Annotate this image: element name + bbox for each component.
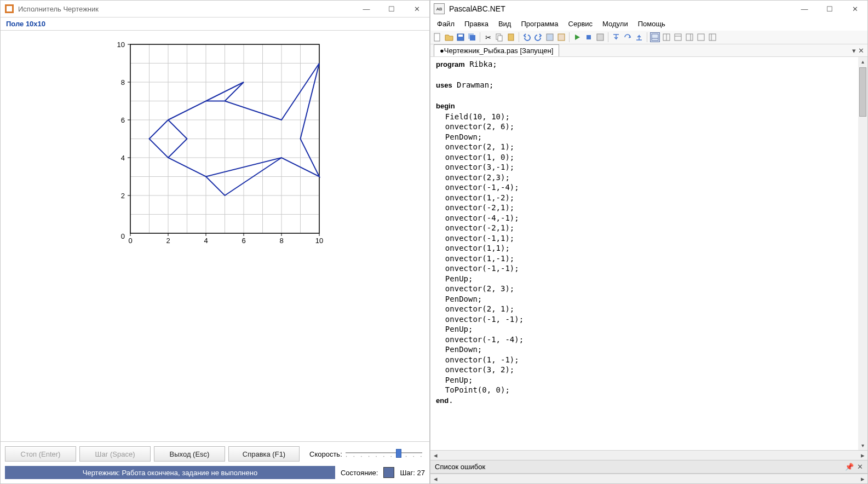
field-label: Поле 10x10 [1,17,429,31]
svg-rect-56 [547,34,553,41]
err-scroll-left-icon[interactable]: ◂ [430,475,440,483]
compile-icon[interactable] [595,32,605,42]
scroll-down-icon[interactable]: ▾ [858,441,867,450]
menu-item-Модули[interactable]: Модули [598,18,633,30]
svg-rect-55 [508,34,514,41]
module-icon[interactable] [556,32,566,42]
plot-area: 02468102468100 [1,31,429,441]
err-scroll-right-icon[interactable]: ▸ [858,475,867,483]
svg-rect-69 [709,34,716,41]
save-icon[interactable] [456,32,465,42]
tab-dropdown-icon[interactable]: ▾ [852,47,856,55]
paste-icon[interactable] [506,32,516,42]
save-all-icon[interactable] [467,32,477,42]
scroll-left-icon[interactable]: ◂ [430,451,440,459]
status-bar: Чертежник: Работа окончена, задание не в… [5,466,335,479]
open-file-icon[interactable] [444,32,454,42]
step-button[interactable]: Шаг (Space) [79,446,151,462]
help-button[interactable]: Справка (F1) [228,446,300,462]
toolbar: ✂ [430,31,867,44]
undo-icon[interactable] [522,32,532,42]
panel-close-icon[interactable]: ✕ [857,463,863,471]
svg-rect-68 [698,34,704,41]
scroll-thumb[interactable] [859,67,866,117]
drawman-window: Исполнитель Чертежник — ☐ ✕ Поле 10x10 0… [0,0,430,484]
svg-rect-52 [470,35,475,41]
scroll-right-icon[interactable]: ▸ [858,451,867,459]
speed-label: Скорость: [309,450,342,458]
state-indicator [383,467,394,478]
svg-rect-50 [458,34,463,37]
step-into-icon[interactable] [611,32,621,42]
ide-maximize-button[interactable]: ☐ [817,1,842,17]
svg-rect-64 [675,34,681,41]
code-hscrollbar[interactable]: ◂ ▸ [430,450,867,460]
stop-icon[interactable] [584,32,594,42]
properties-icon[interactable] [545,32,555,42]
menu-item-Помощь[interactable]: Помощь [634,18,670,30]
menu-item-Сервис[interactable]: Сервис [564,18,597,30]
svg-text:4: 4 [120,154,124,162]
ide-titlebar[interactable]: AB PascalABC.NET — ☐ ✕ [430,1,867,17]
layout1-icon[interactable] [650,32,660,42]
svg-text:8: 8 [120,78,124,87]
control-panel: Стоп (Enter) Шаг (Space) Выход (Esc) Спр… [1,441,429,483]
svg-rect-54 [498,36,502,41]
state-label: Состояние: [341,469,378,477]
svg-text:0: 0 [128,237,132,245]
ide-title: PascalABC.NET [449,4,505,13]
layout4-icon[interactable] [685,32,694,42]
error-list-title: Список ошибок [435,463,485,471]
layout6-icon[interactable] [708,32,717,42]
pascal-icon: AB [434,3,445,14]
code-editor[interactable]: program Ribka; uses Drawman; begin Field… [430,57,867,408]
tab-close-icon[interactable]: ✕ [858,47,864,55]
layout2-icon[interactable] [662,32,671,42]
menu-item-Файл[interactable]: Файл [433,18,459,30]
svg-rect-58 [587,35,591,39]
run-icon[interactable] [572,32,582,42]
speed-slider[interactable]: ··········· [346,448,422,460]
exit-button[interactable]: Выход (Esc) [154,446,225,462]
svg-text:4: 4 [204,237,208,245]
svg-rect-60 [652,34,658,41]
menu-bar: ФайлПравкаВидПрограммаСервисМодулиПомощь [430,17,867,31]
svg-rect-66 [686,34,693,41]
vertical-scrollbar[interactable]: ▴ ▾ [858,57,867,450]
scroll-up-icon[interactable]: ▴ [858,57,867,66]
svg-rect-48 [434,33,440,41]
cut-icon[interactable]: ✂ [483,32,493,42]
svg-text:10: 10 [117,41,124,49]
error-list-header[interactable]: Список ошибок 📌 ✕ [430,460,867,474]
tab-bar: ●Чертежник_Рыбка.pas [Запущен] ▾ ✕ [430,44,867,57]
svg-text:6: 6 [120,116,124,124]
step-over-icon[interactable] [623,32,633,42]
svg-rect-57 [558,34,565,41]
menu-item-Вид[interactable]: Вид [494,18,516,30]
stop-button[interactable]: Стоп (Enter) [5,446,76,462]
ide-minimize-button[interactable]: — [792,1,817,17]
ide-window: AB PascalABC.NET — ☐ ✕ ФайлПравкаВидПрог… [430,0,868,484]
tab-file[interactable]: ●Чертежник_Рыбка.pas [Запущен] [434,44,559,56]
layout3-icon[interactable] [673,32,683,42]
new-file-icon[interactable] [433,32,442,42]
errors-hscrollbar[interactable]: ◂ ▸ [430,474,867,483]
copy-icon[interactable] [495,32,504,42]
ide-close-button[interactable]: ✕ [842,1,867,17]
svg-text:6: 6 [242,237,245,245]
app-icon [5,4,14,13]
minimize-button[interactable]: — [354,1,379,17]
svg-text:10: 10 [315,237,323,245]
svg-text:2: 2 [120,192,124,200]
svg-text:2: 2 [166,237,170,245]
layout5-icon[interactable] [696,32,706,42]
step-out-icon[interactable] [634,32,644,42]
menu-item-Правка[interactable]: Правка [460,18,493,30]
drawman-titlebar[interactable]: Исполнитель Чертежник — ☐ ✕ [1,1,429,17]
drawing-plot: 02468102468100 [100,36,330,255]
close-button[interactable]: ✕ [404,1,429,17]
pin-icon[interactable]: 📌 [845,463,854,471]
maximize-button[interactable]: ☐ [379,1,404,17]
menu-item-Программа[interactable]: Программа [516,18,562,30]
redo-icon[interactable] [533,32,543,42]
